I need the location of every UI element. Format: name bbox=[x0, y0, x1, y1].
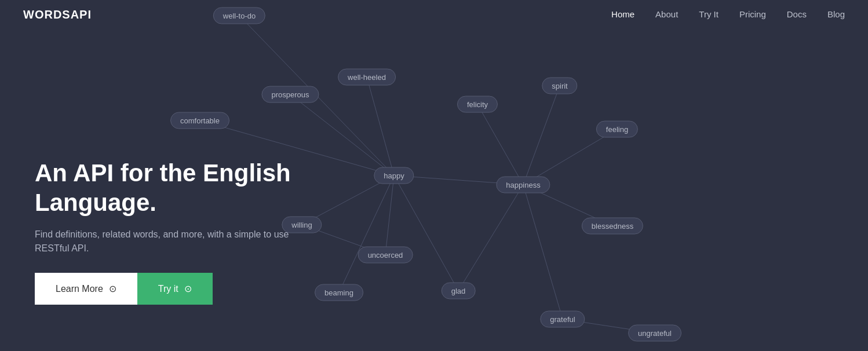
graph-edge bbox=[367, 77, 394, 176]
graph-edge bbox=[394, 176, 458, 291]
graph-edge bbox=[523, 86, 560, 185]
nav-link-docs[interactable]: Docs bbox=[787, 9, 807, 19]
try-it-icon: ⊙ bbox=[184, 283, 192, 294]
nav-link-blog[interactable]: Blog bbox=[827, 9, 845, 19]
word-node-well-heeled: well-heeled bbox=[338, 69, 396, 86]
nav-link-about[interactable]: About bbox=[655, 9, 678, 19]
try-it-label: Try it bbox=[158, 284, 178, 294]
nav-link-home[interactable]: Home bbox=[611, 9, 634, 19]
graph-edge bbox=[477, 104, 523, 185]
word-node-happiness: happiness bbox=[496, 177, 550, 193]
learn-more-button[interactable]: Learn More ⊙ bbox=[35, 273, 137, 305]
learn-more-icon: ⊙ bbox=[109, 283, 116, 294]
word-node-spirit: spirit bbox=[542, 78, 577, 94]
word-node-prosperous: prosperous bbox=[261, 86, 319, 103]
word-node-grateful: grateful bbox=[540, 311, 585, 328]
word-node-feeling: feeling bbox=[596, 121, 638, 138]
nav-links: HomeAboutTry ItPricingDocsBlog bbox=[611, 9, 845, 20]
hero-title: An API for the English Language. bbox=[35, 159, 324, 217]
navbar: WORDSAPI HomeAboutTry ItPricingDocsBlog bbox=[0, 0, 868, 29]
hero-buttons: Learn More ⊙ Try it ⊙ bbox=[35, 273, 324, 305]
word-node-felicity: felicity bbox=[457, 96, 498, 113]
word-node-uncoerced: uncoerced bbox=[358, 247, 413, 264]
learn-more-label: Learn More bbox=[56, 284, 103, 294]
nav-link-pricing[interactable]: Pricing bbox=[739, 9, 766, 19]
nav-link-try-it[interactable]: Try It bbox=[699, 9, 719, 19]
word-node-comfortable: comfortable bbox=[170, 112, 229, 129]
hero-section: An API for the English Language. Find de… bbox=[35, 159, 324, 305]
graph-edge bbox=[385, 176, 394, 255]
word-node-ungrateful: ungrateful bbox=[628, 325, 681, 342]
logo: WORDSAPI bbox=[23, 8, 92, 21]
graph-edge bbox=[458, 185, 523, 291]
graph-edge bbox=[523, 185, 563, 319]
word-node-blessedness: blessedness bbox=[582, 218, 643, 235]
hero-subtitle: Find definitions, related words, and mor… bbox=[35, 228, 324, 255]
try-it-button[interactable]: Try it ⊙ bbox=[137, 273, 213, 305]
word-node-glad: glad bbox=[442, 283, 476, 299]
graph-edge bbox=[339, 176, 394, 292]
word-node-happy: happy bbox=[374, 167, 414, 184]
